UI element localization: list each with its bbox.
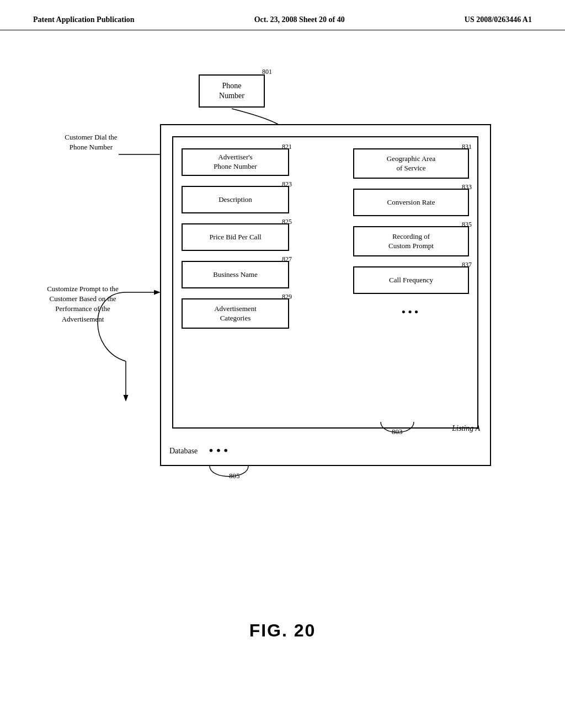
outer-database-box: Advertiser'sPhone Number 821 Description…	[160, 124, 491, 466]
ref-801: 801	[262, 68, 272, 76]
ref-833: 833	[462, 183, 472, 191]
ref-829: 829	[282, 293, 292, 301]
advertisers-phone-box: Advertiser'sPhone Number	[182, 148, 289, 176]
diagram: Customer Dial thePhone Number Customize …	[33, 47, 513, 543]
ref-823: 823	[282, 180, 292, 189]
conversion-rate-box: Conversion Rate	[353, 189, 469, 216]
header-right: US 2008/0263446 A1	[465, 15, 532, 24]
inner-listing-box: Advertiser'sPhone Number 821 Description…	[172, 136, 478, 429]
advertisement-categories-box: AdvertisementCategories	[182, 298, 289, 329]
left-column: Advertiser'sPhone Number 821 Description…	[182, 137, 289, 329]
ref-831: 831	[462, 143, 472, 151]
call-frequency-box: Call Frequency	[353, 266, 469, 294]
ref-821: 821	[282, 143, 292, 151]
customer-dial-label: Customer Dial thePhone Number	[55, 132, 127, 152]
geographic-area-box: Geographic Areaof Service	[353, 148, 469, 179]
database-dots: •••	[209, 443, 231, 458]
ref-825: 825	[282, 218, 292, 226]
header-center: Oct. 23, 2008 Sheet 20 of 40	[254, 15, 345, 24]
patent-header: Patent Application Publication Oct. 23, …	[0, 0, 565, 30]
price-bid-box: Price Bid Per Call	[182, 223, 289, 251]
bracket-805	[204, 463, 254, 483]
database-row: Database •••	[169, 443, 231, 458]
business-name-box: Business Name	[182, 261, 289, 288]
right-dots: •••	[353, 306, 469, 318]
bracket-803	[375, 419, 419, 438]
right-column: Geographic Areaof Service 831 Conversion…	[353, 137, 469, 318]
figure-label: FIG. 20	[0, 620, 565, 641]
header-left: Patent Application Publication	[33, 15, 135, 24]
ref-827: 827	[282, 255, 292, 264]
listing-a-label: Listing A	[452, 424, 480, 433]
main-content: Customer Dial thePhone Number Customize …	[0, 30, 565, 609]
recording-custom-prompt-box: Recording ofCustom Prompt	[353, 226, 469, 256]
ref-835: 835	[462, 221, 472, 229]
phone-number-text: PhoneNumber	[219, 81, 244, 101]
database-label: Database	[169, 447, 198, 456]
description-box: Description	[182, 186, 289, 213]
phone-number-box: PhoneNumber	[199, 74, 265, 108]
ref-837: 837	[462, 261, 472, 269]
customize-prompt-label: Customize Prompt to theCustomer Based on…	[39, 284, 127, 324]
